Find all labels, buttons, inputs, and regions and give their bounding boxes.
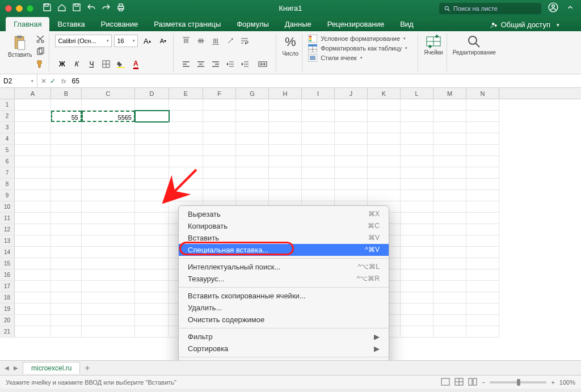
row-header[interactable]: 6 <box>0 156 15 167</box>
cell[interactable] <box>466 304 499 315</box>
cell[interactable] <box>433 167 466 179</box>
cell[interactable] <box>15 111 51 122</box>
cell[interactable] <box>51 292 82 304</box>
cell[interactable] <box>335 145 368 156</box>
column-header[interactable]: E <box>169 88 203 99</box>
cell[interactable] <box>236 167 269 179</box>
decrease-indent-icon[interactable] <box>224 58 237 70</box>
cell[interactable] <box>15 122 51 133</box>
formula-input[interactable]: 65 <box>69 77 581 85</box>
cell[interactable] <box>51 247 82 258</box>
align-right-icon[interactable] <box>209 58 222 70</box>
cell[interactable] <box>269 179 302 190</box>
column-header[interactable]: G <box>236 88 269 99</box>
cell[interactable] <box>335 122 368 133</box>
wrap-text-icon[interactable] <box>238 35 252 47</box>
cell[interactable] <box>269 122 302 133</box>
cell[interactable] <box>401 258 433 269</box>
cell[interactable] <box>135 235 169 247</box>
cell[interactable] <box>135 224 169 235</box>
cell[interactable] <box>302 133 335 145</box>
fx-icon[interactable]: fx <box>59 78 69 85</box>
collapse-ribbon-icon[interactable] <box>566 3 574 13</box>
cell[interactable] <box>203 122 236 133</box>
paste-button[interactable]: Вставить <box>8 35 32 58</box>
align-left-icon[interactable] <box>179 58 193 70</box>
cell[interactable] <box>169 133 203 145</box>
cell[interactable] <box>135 145 169 156</box>
cell[interactable] <box>466 258 499 269</box>
row-header[interactable]: 15 <box>0 258 15 269</box>
cell[interactable] <box>82 304 135 315</box>
cell[interactable] <box>135 269 169 281</box>
tab-formulas[interactable]: Формулы <box>229 17 277 31</box>
cell[interactable] <box>401 292 433 304</box>
cell[interactable] <box>433 111 466 122</box>
column-header[interactable]: H <box>269 88 302 99</box>
cell[interactable] <box>203 133 236 145</box>
tab-home[interactable]: Главная <box>6 17 49 31</box>
cell[interactable] <box>236 145 269 156</box>
cell[interactable] <box>433 269 466 281</box>
orientation-icon[interactable] <box>224 35 237 47</box>
cell[interactable] <box>335 133 368 145</box>
align-center-icon[interactable] <box>194 58 208 70</box>
cell[interactable] <box>135 292 169 304</box>
cell[interactable] <box>15 213 51 224</box>
minimize-window[interactable] <box>16 5 23 12</box>
context-menu-item[interactable]: Вставить скопированные ячейки... <box>179 290 389 302</box>
cell[interactable] <box>51 122 82 133</box>
context-menu-item[interactable]: Вырезать⌘X <box>179 208 389 220</box>
close-window[interactable] <box>5 5 12 12</box>
cell[interactable] <box>236 156 269 167</box>
cell[interactable] <box>401 179 433 190</box>
cell[interactable] <box>82 235 135 247</box>
cell[interactable] <box>203 156 236 167</box>
cell[interactable] <box>82 292 135 304</box>
cell[interactable] <box>15 292 51 304</box>
cell[interactable] <box>15 315 51 326</box>
undo-icon[interactable] <box>87 3 96 14</box>
cell-styles-button[interactable]: Стили ячеек▾ <box>308 54 414 62</box>
view-normal-icon[interactable] <box>441 378 450 387</box>
cell[interactable] <box>203 190 236 201</box>
row-header[interactable]: 7 <box>0 167 15 179</box>
cell[interactable] <box>466 179 499 190</box>
cell[interactable] <box>433 213 466 224</box>
row-header[interactable]: 10 <box>0 201 15 213</box>
cell[interactable] <box>82 122 135 133</box>
font-color-button[interactable]: A <box>129 58 142 70</box>
cell[interactable] <box>135 281 169 292</box>
cell[interactable] <box>236 133 269 145</box>
cell[interactable] <box>135 315 169 326</box>
column-header[interactable]: D <box>135 88 169 99</box>
cell[interactable] <box>368 145 401 156</box>
zoom-in-button[interactable]: + <box>551 379 554 386</box>
cell[interactable] <box>401 304 433 315</box>
cell[interactable] <box>401 167 433 179</box>
cell[interactable] <box>433 99 466 111</box>
sheet-search[interactable]: Поиск на листе <box>439 3 541 14</box>
cell[interactable] <box>169 190 203 201</box>
cell[interactable] <box>135 190 169 201</box>
cell[interactable] <box>401 269 433 281</box>
cell[interactable] <box>82 326 135 338</box>
cell[interactable] <box>302 190 335 201</box>
cell[interactable] <box>269 156 302 167</box>
cell[interactable] <box>15 201 51 213</box>
save-icon[interactable] <box>43 3 52 14</box>
row-header[interactable]: 20 <box>0 315 15 326</box>
cell[interactable] <box>433 133 466 145</box>
cut-icon[interactable] <box>35 35 45 46</box>
cell[interactable] <box>368 179 401 190</box>
cell[interactable] <box>82 315 135 326</box>
cell[interactable]: 5565 <box>82 111 135 122</box>
user-icon[interactable] <box>548 2 558 14</box>
cell[interactable] <box>269 167 302 179</box>
cell[interactable] <box>302 145 335 156</box>
cell[interactable] <box>82 201 135 213</box>
row-header[interactable]: 1 <box>0 99 15 111</box>
cell[interactable] <box>169 111 203 122</box>
name-box[interactable]: D2▾ <box>0 74 37 87</box>
context-menu-item[interactable]: Копировать⌘C <box>179 220 389 232</box>
